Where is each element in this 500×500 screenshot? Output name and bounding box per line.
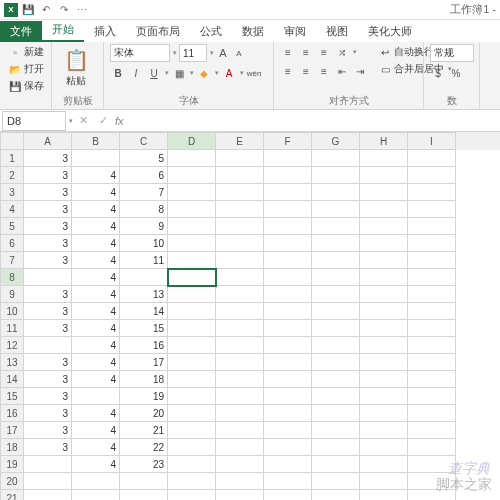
cell[interactable] [408, 439, 456, 456]
save-button[interactable]: 💾保存 [6, 78, 47, 94]
cell[interactable] [72, 388, 120, 405]
cell[interactable] [168, 337, 216, 354]
cell[interactable]: 3 [24, 320, 72, 337]
cell[interactable] [168, 405, 216, 422]
cell[interactable] [216, 371, 264, 388]
cell[interactable] [168, 473, 216, 490]
cell[interactable] [312, 286, 360, 303]
tab-layout[interactable]: 页面布局 [126, 21, 190, 42]
column-header[interactable]: I [408, 132, 456, 150]
tab-home[interactable]: 开始 [42, 19, 84, 42]
indent-inc-icon[interactable]: ⇥ [352, 63, 368, 79]
cell[interactable] [408, 388, 456, 405]
enter-icon[interactable]: ✓ [93, 111, 113, 131]
cell[interactable] [168, 269, 216, 286]
cell[interactable]: 9 [120, 218, 168, 235]
select-all-corner[interactable] [0, 132, 24, 150]
cell[interactable] [264, 167, 312, 184]
cell[interactable] [360, 167, 408, 184]
chevron-down-icon[interactable]: ▾ [190, 69, 194, 77]
cell[interactable] [408, 201, 456, 218]
cell[interactable] [120, 473, 168, 490]
cell[interactable]: 3 [24, 422, 72, 439]
row-header[interactable]: 15 [0, 388, 24, 405]
tab-file[interactable]: 文件 [0, 21, 42, 42]
italic-button[interactable]: I [128, 65, 144, 81]
cell[interactable] [360, 252, 408, 269]
cell[interactable]: 16 [120, 337, 168, 354]
cell[interactable]: 4 [72, 439, 120, 456]
tab-insert[interactable]: 插入 [84, 21, 126, 42]
cell[interactable] [408, 167, 456, 184]
cell[interactable] [168, 286, 216, 303]
cell[interactable] [360, 218, 408, 235]
cell[interactable] [168, 252, 216, 269]
cell[interactable] [216, 286, 264, 303]
cell[interactable] [312, 473, 360, 490]
cell[interactable] [264, 320, 312, 337]
cell[interactable] [24, 269, 72, 286]
cell[interactable] [312, 388, 360, 405]
cell[interactable]: 3 [24, 235, 72, 252]
cell[interactable] [264, 337, 312, 354]
paste-button[interactable]: 📋粘贴 [58, 44, 94, 92]
cell[interactable]: 13 [120, 286, 168, 303]
cell[interactable] [216, 320, 264, 337]
cell[interactable] [264, 405, 312, 422]
cell[interactable] [216, 167, 264, 184]
cell[interactable] [216, 201, 264, 218]
cell[interactable] [312, 354, 360, 371]
cell[interactable]: 3 [24, 405, 72, 422]
decrease-font-icon[interactable]: A [232, 46, 246, 60]
cell[interactable] [264, 456, 312, 473]
cell[interactable] [168, 184, 216, 201]
cell[interactable] [264, 422, 312, 439]
column-header[interactable]: A [24, 132, 72, 150]
cell[interactable]: 5 [120, 150, 168, 167]
align-right-icon[interactable]: ≡ [316, 63, 332, 79]
row-header[interactable]: 16 [0, 405, 24, 422]
cell[interactable] [168, 218, 216, 235]
column-header[interactable]: E [216, 132, 264, 150]
qat-undo-icon[interactable]: ↶ [38, 2, 54, 18]
cell[interactable] [312, 490, 360, 500]
cell[interactable] [360, 269, 408, 286]
row-header[interactable]: 3 [0, 184, 24, 201]
border-button[interactable]: ▦ [171, 65, 187, 81]
fx-label[interactable]: fx [115, 115, 124, 127]
cell[interactable]: 4 [72, 456, 120, 473]
chevron-down-icon[interactable]: ▾ [353, 48, 357, 56]
cell[interactable] [408, 337, 456, 354]
cell[interactable] [408, 405, 456, 422]
tab-data[interactable]: 数据 [232, 21, 274, 42]
cell[interactable] [264, 235, 312, 252]
cell[interactable] [264, 439, 312, 456]
cell[interactable] [312, 150, 360, 167]
cell[interactable] [312, 184, 360, 201]
cell[interactable] [360, 150, 408, 167]
cell[interactable] [312, 167, 360, 184]
currency-icon[interactable]: $ [430, 65, 446, 81]
cell[interactable] [168, 439, 216, 456]
cell[interactable]: 14 [120, 303, 168, 320]
cell[interactable] [360, 405, 408, 422]
cell[interactable]: 3 [24, 201, 72, 218]
cell[interactable]: 4 [72, 422, 120, 439]
cell[interactable]: 3 [24, 439, 72, 456]
cell[interactable] [168, 456, 216, 473]
bold-button[interactable]: B [110, 65, 126, 81]
row-header[interactable]: 8 [0, 269, 24, 286]
cell[interactable]: 4 [72, 218, 120, 235]
cell[interactable] [312, 269, 360, 286]
cell[interactable] [216, 303, 264, 320]
cell[interactable] [408, 218, 456, 235]
cell[interactable] [72, 473, 120, 490]
cell[interactable] [216, 422, 264, 439]
cell[interactable] [264, 354, 312, 371]
cell[interactable] [264, 286, 312, 303]
cell[interactable] [408, 235, 456, 252]
cell[interactable] [168, 422, 216, 439]
cell[interactable] [264, 371, 312, 388]
cell[interactable] [312, 422, 360, 439]
chevron-down-icon[interactable]: ▾ [240, 69, 244, 77]
